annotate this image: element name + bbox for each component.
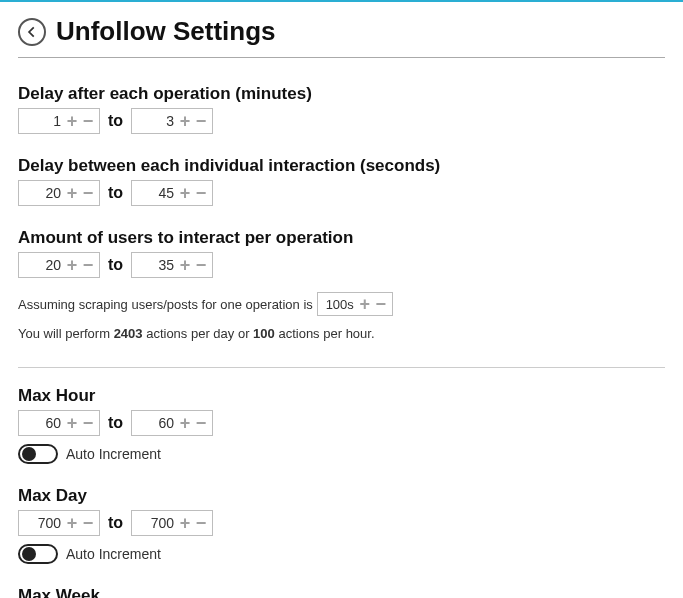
minus-icon[interactable]: − bbox=[81, 514, 95, 532]
delay-interaction-from-input[interactable] bbox=[19, 185, 63, 201]
label-auto-increment-hour: Auto Increment bbox=[66, 446, 161, 462]
minus-icon[interactable]: − bbox=[81, 112, 95, 130]
section-delay-operation: Delay after each operation (minutes) + −… bbox=[18, 84, 665, 134]
section-users-per-operation: Amount of users to interact per operatio… bbox=[18, 228, 665, 278]
minus-icon[interactable]: − bbox=[81, 184, 95, 202]
to-label: to bbox=[108, 184, 123, 202]
minus-icon[interactable]: − bbox=[81, 256, 95, 274]
delay-operation-from-stepper[interactable]: + − bbox=[18, 108, 100, 134]
max-hour-from-input[interactable] bbox=[19, 415, 63, 431]
back-button[interactable] bbox=[18, 18, 46, 46]
label-max-hour: Max Hour bbox=[18, 386, 665, 406]
minus-icon[interactable]: − bbox=[194, 112, 208, 130]
max-day-from-input[interactable] bbox=[19, 515, 63, 531]
toggle-auto-increment-hour[interactable] bbox=[18, 444, 58, 464]
to-label: to bbox=[108, 514, 123, 532]
users-from-input[interactable] bbox=[19, 257, 63, 273]
toggle-knob bbox=[22, 547, 36, 561]
label-auto-increment-day: Auto Increment bbox=[66, 546, 161, 562]
label-max-day: Max Day bbox=[18, 486, 665, 506]
scraping-value-stepper[interactable]: + − bbox=[317, 292, 393, 316]
delay-interaction-from-stepper[interactable]: + − bbox=[18, 180, 100, 206]
plus-icon[interactable]: + bbox=[65, 414, 79, 432]
minus-icon[interactable]: − bbox=[374, 295, 388, 313]
divider bbox=[18, 367, 665, 368]
actions-per-day: 2403 bbox=[114, 326, 143, 341]
estimate-line: You will perform 2403 actions per day or… bbox=[18, 326, 665, 341]
page-title: Unfollow Settings bbox=[56, 16, 276, 47]
plus-icon[interactable]: + bbox=[65, 112, 79, 130]
minus-icon[interactable]: − bbox=[194, 414, 208, 432]
minus-icon[interactable]: − bbox=[194, 256, 208, 274]
delay-operation-to-stepper[interactable]: + − bbox=[131, 108, 213, 134]
to-label: to bbox=[108, 414, 123, 432]
to-label: to bbox=[108, 256, 123, 274]
max-day-to-stepper[interactable]: + − bbox=[131, 510, 213, 536]
max-day-from-stepper[interactable]: + − bbox=[18, 510, 100, 536]
plus-icon[interactable]: + bbox=[65, 514, 79, 532]
label-max-week: Max Week bbox=[18, 586, 665, 598]
delay-interaction-to-input[interactable] bbox=[132, 185, 176, 201]
plus-icon[interactable]: + bbox=[178, 414, 192, 432]
plus-icon[interactable]: + bbox=[178, 184, 192, 202]
plus-icon[interactable]: + bbox=[178, 256, 192, 274]
label-delay-interaction: Delay between each individual interactio… bbox=[18, 156, 665, 176]
toggle-knob bbox=[22, 447, 36, 461]
minus-icon[interactable]: − bbox=[81, 414, 95, 432]
scraping-hint: Assuming scraping users/posts for one op… bbox=[18, 292, 665, 316]
users-to-input[interactable] bbox=[132, 257, 176, 273]
actions-per-hour: 100 bbox=[253, 326, 275, 341]
scraping-prefix: Assuming scraping users/posts for one op… bbox=[18, 297, 313, 312]
plus-icon[interactable]: + bbox=[178, 112, 192, 130]
users-to-stepper[interactable]: + − bbox=[131, 252, 213, 278]
delay-operation-from-input[interactable] bbox=[19, 113, 63, 129]
max-day-to-input[interactable] bbox=[132, 515, 176, 531]
scraping-value-input[interactable] bbox=[318, 297, 356, 312]
plus-icon[interactable]: + bbox=[65, 256, 79, 274]
arrow-left-icon bbox=[25, 25, 39, 39]
section-delay-interaction: Delay between each individual interactio… bbox=[18, 156, 665, 206]
plus-icon[interactable]: + bbox=[65, 184, 79, 202]
delay-interaction-to-stepper[interactable]: + − bbox=[131, 180, 213, 206]
minus-icon[interactable]: − bbox=[194, 184, 208, 202]
max-hour-to-input[interactable] bbox=[132, 415, 176, 431]
users-from-stepper[interactable]: + − bbox=[18, 252, 100, 278]
section-max-week: Max Week bbox=[18, 586, 665, 598]
plus-icon[interactable]: + bbox=[358, 295, 372, 313]
label-users-per-operation: Amount of users to interact per operatio… bbox=[18, 228, 665, 248]
section-max-hour: Max Hour + − to + − Auto Inc bbox=[18, 386, 665, 464]
delay-operation-to-input[interactable] bbox=[132, 113, 176, 129]
max-hour-to-stepper[interactable]: + − bbox=[131, 410, 213, 436]
to-label: to bbox=[108, 112, 123, 130]
max-hour-from-stepper[interactable]: + − bbox=[18, 410, 100, 436]
minus-icon[interactable]: − bbox=[194, 514, 208, 532]
section-max-day: Max Day + − to + − Auto Incr bbox=[18, 486, 665, 564]
toggle-auto-increment-day[interactable] bbox=[18, 544, 58, 564]
plus-icon[interactable]: + bbox=[178, 514, 192, 532]
label-delay-operation: Delay after each operation (minutes) bbox=[18, 84, 665, 104]
